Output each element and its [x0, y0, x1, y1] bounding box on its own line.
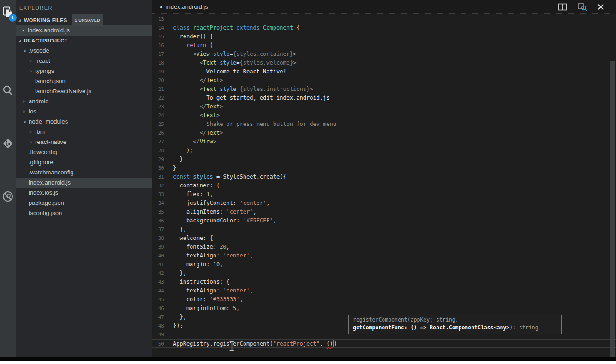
- code-line-32[interactable]: 32 container: {: [152, 181, 616, 190]
- git-icon[interactable]: [1, 137, 14, 150]
- code-line-42[interactable]: 42 },: [152, 269, 616, 278]
- line-content: </Text>: [169, 102, 223, 111]
- line-content: },: [169, 313, 186, 322]
- code-line-43[interactable]: 43 instructions: {: [152, 278, 616, 286]
- working-files-section-header[interactable]: ◢ WORKING FILES 1 UNSAVED: [16, 15, 152, 25]
- code-line-44[interactable]: 44 textAlign: 'center',: [152, 286, 616, 295]
- tree-item-launchReactNative.js[interactable]: launchReactNative.js: [16, 86, 152, 96]
- tree-item-react-native[interactable]: ▷react-native: [16, 137, 152, 147]
- code-editor[interactable]: 1314class reactProject extends Component…: [152, 14, 616, 357]
- line-number: 13: [152, 15, 169, 24]
- code-line-37[interactable]: 37 },: [152, 225, 616, 234]
- code-line-27[interactable]: 27 </View>: [152, 137, 616, 146]
- code-line-18[interactable]: 18 <Text style={styles.welcome}>: [152, 59, 616, 67]
- line-number: 21: [152, 85, 169, 94]
- search-icon[interactable]: [1, 84, 14, 97]
- line-number: 43: [152, 278, 169, 286]
- unsaved-badge: 1 UNSAVED: [72, 14, 103, 26]
- close-icon[interactable]: [598, 4, 604, 10]
- tree-item-package.json[interactable]: package.json: [16, 198, 152, 208]
- tree-item-index.ios.js[interactable]: index.ios.js: [16, 188, 152, 198]
- tree-item-node_modules[interactable]: ◢node_modules: [16, 117, 152, 127]
- line-content: To get started, edit index.android.js: [169, 94, 330, 102]
- code-line-35[interactable]: 35 alignItems: 'center',: [152, 208, 616, 216]
- line-content: });: [169, 322, 183, 330]
- line-number: 50: [152, 340, 169, 347]
- line-number: 46: [152, 304, 169, 313]
- tree-item-.gitignore[interactable]: .gitignore: [16, 157, 152, 167]
- code-line-24[interactable]: 24 <Text>: [152, 111, 616, 120]
- code-line-31[interactable]: 31const styles = StyleSheet.create({: [152, 173, 616, 181]
- code-line-16[interactable]: 16 return (: [152, 41, 616, 50]
- working-files-list: ●index.android.js: [16, 25, 152, 36]
- code-line-30[interactable]: 30}: [152, 164, 616, 173]
- tree-item-label: launchReactNative.js: [35, 86, 91, 96]
- tree-item-index.android.js[interactable]: index.android.js: [16, 178, 152, 188]
- line-number: 28: [152, 146, 169, 155]
- line-content: </Text>: [169, 129, 223, 137]
- tree-item-label: android: [29, 96, 48, 107]
- explorer-icon[interactable]: 1: [1, 6, 14, 19]
- code-line-15[interactable]: 15 render() {: [152, 32, 616, 41]
- tree-item-ios[interactable]: ▷ios: [16, 107, 152, 117]
- code-line-38[interactable]: 38 welcome: {: [152, 234, 616, 243]
- project-section-header[interactable]: ◢ REACTPROJECT: [16, 36, 152, 46]
- split-editor-icon[interactable]: [558, 3, 567, 11]
- tree-item-.flowconfig[interactable]: .flowconfig: [16, 147, 152, 157]
- code-line-20[interactable]: 20 </Text>: [152, 76, 616, 85]
- parameter-hints-tooltip: registerComponent(appKey: string,getComp…: [348, 315, 562, 334]
- line-number: 27: [152, 137, 169, 146]
- code-line-46[interactable]: 46 marginBottom: 5,: [152, 304, 616, 313]
- tree-item-.watchmanconfig[interactable]: .watchmanconfig: [16, 167, 152, 178]
- dirty-indicator-icon: ●: [160, 4, 163, 10]
- tree-item-android[interactable]: ▷android: [16, 96, 152, 107]
- working-file-item[interactable]: ●index.android.js: [16, 25, 152, 36]
- code-line-34[interactable]: 34 justifyContent: 'center',: [152, 199, 616, 208]
- code-line-28[interactable]: 28 );: [152, 146, 616, 155]
- line-content: },: [169, 269, 186, 278]
- line-content: backgroundColor: '#F5FCFF',: [169, 216, 276, 225]
- tree-item-.bin[interactable]: ▷.bin: [16, 127, 152, 137]
- vscode-window: 1: [0, 0, 616, 364]
- tree-item-.react[interactable]: ▷.react: [16, 56, 152, 66]
- line-number: 36: [152, 216, 169, 225]
- code-line-39[interactable]: 39 fontSize: 20,: [152, 243, 616, 251]
- code-line-40[interactable]: 40 textAlign: 'center',: [152, 251, 616, 260]
- line-number: 41: [152, 260, 169, 269]
- code-line-25[interactable]: 25 Shake or press menu button for dev me…: [152, 120, 616, 129]
- code-line-14[interactable]: 14class reactProject extends Component {: [152, 24, 616, 32]
- line-number: 47: [152, 313, 169, 322]
- code-line-41[interactable]: 41 margin: 10,: [152, 260, 616, 269]
- code-line-22[interactable]: 22 To get started, edit index.android.js: [152, 94, 616, 102]
- open-preview-icon[interactable]: [577, 2, 587, 12]
- code-line-13[interactable]: 13: [152, 15, 616, 24]
- code-line-36[interactable]: 36 backgroundColor: '#F5FCFF',: [152, 216, 616, 225]
- line-content: textAlign: 'center',: [169, 251, 253, 260]
- tree-item-tsconfig.json[interactable]: tsconfig.json: [16, 208, 152, 218]
- code-line-26[interactable]: 26 </Text>: [152, 129, 616, 137]
- tree-item-launch.json[interactable]: launch.json: [16, 76, 152, 86]
- code-line-19[interactable]: 19 Welcome to React Native!: [152, 67, 616, 76]
- code-line-45[interactable]: 45 color: '#333333',: [152, 295, 616, 304]
- code-line-17[interactable]: 17 <View style={styles.container}>: [152, 50, 616, 59]
- code-line-21[interactable]: 21 <Text style={styles.instructions}>: [152, 85, 616, 94]
- line-number: 24: [152, 111, 169, 120]
- tree-item-.vscode[interactable]: ◢.vscode: [16, 46, 152, 56]
- code-line-50[interactable]: 50AppRegistry.registerComponent("reactPr…: [152, 339, 616, 348]
- line-content: <Text style={styles.welcome}>: [169, 59, 296, 67]
- debug-icon[interactable]: [1, 190, 14, 203]
- line-number: 31: [152, 173, 169, 181]
- editor-scrollbar: [610, 14, 615, 357]
- line-content: <Text>: [169, 111, 220, 120]
- file-label: index.android.js: [28, 25, 70, 36]
- code-line-33[interactable]: 33 flex: 1,: [152, 190, 616, 199]
- line-number: 40: [152, 251, 169, 260]
- twistie-collapsed-icon: ▷: [30, 127, 35, 137]
- line-content: const styles = StyleSheet.create({: [169, 173, 287, 181]
- tree-item-typings[interactable]: ▷typings: [16, 66, 152, 76]
- line-content: fontSize: 20,: [169, 243, 230, 251]
- working-files-label: WORKING FILES: [24, 15, 67, 25]
- scrollbar-thumb[interactable]: [610, 61, 615, 357]
- code-line-23[interactable]: 23 </Text>: [152, 102, 616, 111]
- code-line-29[interactable]: 29 }: [152, 155, 616, 164]
